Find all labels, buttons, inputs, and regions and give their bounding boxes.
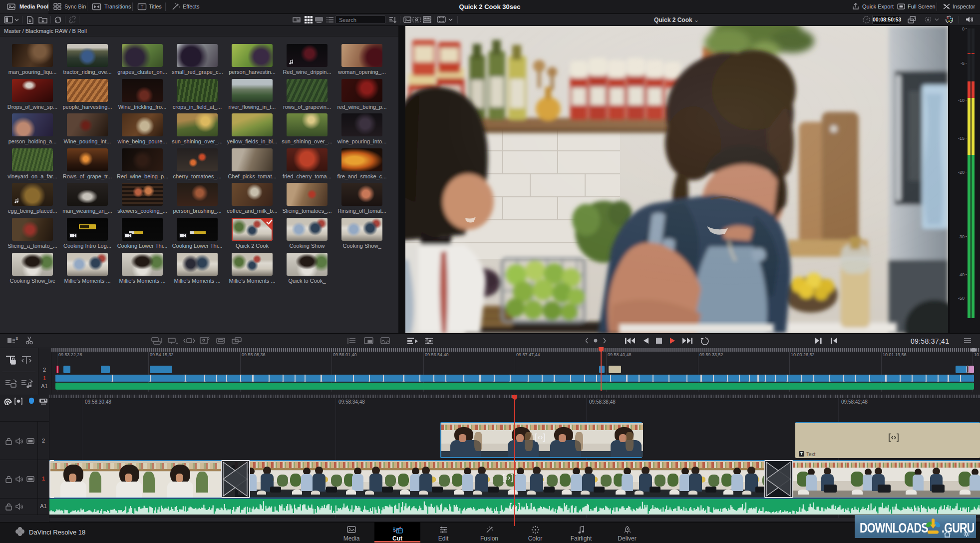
svg-text:z: z [16, 337, 18, 340]
svg-text:T: T [141, 4, 144, 9]
